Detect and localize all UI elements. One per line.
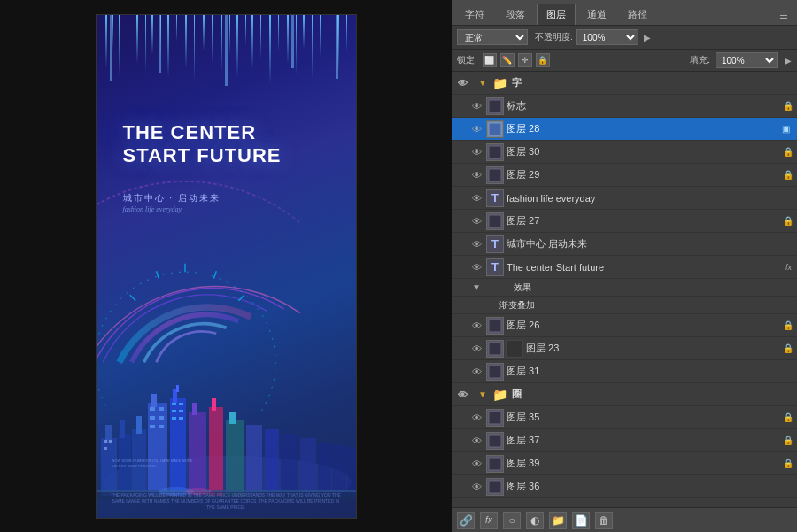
tab-tuceng[interactable]: 图层 [537, 4, 576, 25]
layer-30[interactable]: 👁 图层 30 🔒 [452, 141, 797, 164]
layer-name-36: 图层 36 [507, 480, 793, 493]
layer-26[interactable]: 👁 图层 26 🔒 [452, 314, 797, 337]
svg-rect-16 [236, 15, 238, 77]
fill-arrow[interactable]: ▶ [785, 56, 792, 66]
lock-position-btn[interactable]: ✛ [518, 53, 532, 67]
layer-37[interactable]: 👁 图层 37 🔒 [452, 429, 797, 452]
eye-icon-fashion[interactable]: 👁 [469, 191, 484, 205]
fx-button[interactable]: fx [480, 512, 498, 529]
blend-mode-select[interactable]: 正常 [457, 29, 528, 45]
layer-36[interactable]: 👁 图层 36 [452, 475, 797, 498]
eye-icon-quan[interactable]: 👁 [455, 388, 469, 402]
svg-rect-74 [229, 412, 236, 424]
svg-rect-97 [489, 320, 501, 332]
collapse-icon-quan[interactable]: ▼ [478, 389, 487, 399]
tab-lujing[interactable]: 路径 [618, 4, 657, 25]
tab-tongdao[interactable]: 通道 [577, 4, 616, 25]
layer-thumb-biaozhj [486, 97, 504, 115]
layer-fashion[interactable]: 👁 T fashion life everyday [452, 187, 797, 210]
poster: THE CENTER START FUTURE 城市中心 · 启动未来 fash… [96, 14, 357, 519]
folder-thumb-zi: 📁 [491, 74, 509, 92]
svg-rect-11 [194, 15, 195, 81]
svg-rect-56 [150, 416, 155, 420]
lock-all-btn[interactable]: 🔒 [536, 53, 550, 67]
svg-rect-20 [269, 15, 271, 84]
svg-rect-77 [281, 434, 298, 496]
layer-name-quan: 圈 [512, 388, 793, 401]
layer-name-39: 图层 39 [507, 457, 780, 470]
svg-rect-87 [489, 100, 501, 112]
layer-thumb-23a [486, 340, 504, 358]
svg-rect-81 [347, 447, 357, 496]
layer-name-biaozhj: 标志 [507, 99, 780, 112]
svg-rect-91 [489, 146, 501, 158]
folder-icon-quan: 📁 [492, 388, 507, 402]
poster-title-main: THE CENTER START FUTURE [123, 121, 282, 168]
eye-icon-28[interactable]: 👁 [469, 122, 484, 136]
lock-icon-35: 🔒 [783, 412, 793, 423]
eye-icon-35[interactable]: 👁 [469, 411, 484, 425]
layers-list[interactable]: 👁 ▼ 📁 字 👁 标志 🔒 👁 图层 28 ▣ [452, 72, 797, 507]
layer-center[interactable]: 👁 T The center Start future fx [452, 256, 797, 279]
lock-pixels-btn[interactable]: ✏️ [500, 53, 515, 67]
poster-rain [97, 15, 356, 86]
layer-group-zi[interactable]: 👁 ▼ 📁 字 [452, 72, 797, 95]
eye-icon-zi[interactable]: 👁 [455, 76, 469, 90]
layer-thumb-27 [486, 212, 504, 230]
layer-23[interactable]: 👁 图层 23 🔒 [452, 337, 797, 360]
opacity-select[interactable]: 100% [576, 29, 638, 45]
layer-city[interactable]: 👁 T 城市中心 启动未来 [452, 233, 797, 256]
tab-zifu[interactable]: 字符 [455, 4, 494, 25]
eye-icon-36[interactable]: 👁 [469, 480, 484, 494]
opacity-arrow[interactable]: ▶ [644, 33, 651, 42]
lock-icon-26: 🔒 [783, 320, 793, 331]
svg-rect-71 [209, 407, 223, 496]
eye-icon-center[interactable]: 👁 [469, 260, 484, 274]
lock-icons: ⬜ ✏️ ✛ 🔒 [483, 53, 550, 67]
panel-menu-icon[interactable]: ☰ [774, 6, 793, 25]
layer-name-27: 图层 27 [507, 214, 780, 227]
opacity-label: 不透明度: [535, 31, 573, 43]
effect-toggle[interactable]: ▼ [472, 282, 481, 292]
layer-thumb-fashion: T [486, 189, 504, 207]
eye-icon-27[interactable]: 👁 [469, 214, 484, 228]
eye-icon-37[interactable]: 👁 [469, 434, 484, 448]
eye-icon-29[interactable]: 👁 [469, 168, 484, 182]
svg-rect-2 [119, 15, 120, 77]
lock-transparent-btn[interactable]: ⬜ [483, 53, 497, 67]
blend-row: 正常 不透明度: 100% ▶ [452, 26, 797, 50]
svg-rect-72 [212, 398, 216, 411]
eye-icon-23[interactable]: 👁 [469, 342, 484, 356]
eye-icon-biaozhj[interactable]: 👁 [469, 99, 484, 113]
layer-39[interactable]: 👁 图层 39 🔒 [452, 452, 797, 475]
lock-icon-23: 🔒 [783, 343, 793, 354]
layer-29[interactable]: 👁 图层 29 🔒 [452, 164, 797, 187]
new-layer-button[interactable]: 📄 [572, 512, 590, 529]
svg-rect-99 [489, 343, 501, 355]
layer-28[interactable]: 👁 图层 28 ▣ [452, 118, 797, 141]
eye-icon-26[interactable]: 👁 [469, 319, 484, 333]
link-button[interactable]: 🔗 [457, 512, 475, 529]
eye-icon-30[interactable]: 👁 [469, 145, 484, 159]
fill-select[interactable]: 100% [716, 52, 778, 68]
layer-fx-center: fx [785, 263, 792, 272]
eye-icon-39[interactable]: 👁 [469, 457, 484, 471]
svg-rect-102 [489, 366, 501, 378]
group-button[interactable]: 📁 [549, 512, 567, 529]
collapse-icon-zi[interactable]: ▼ [478, 78, 487, 88]
layer-31[interactable]: 👁 图层 31 [452, 360, 797, 383]
layer-name-26: 图层 26 [507, 319, 780, 332]
mask-button[interactable]: ○ [503, 512, 521, 529]
layer-27[interactable]: 👁 图层 27 🔒 [452, 210, 797, 233]
layer-group-quan[interactable]: 👁 ▼ 📁 圈 [452, 383, 797, 406]
eye-icon-city[interactable]: 👁 [469, 237, 484, 251]
svg-rect-57 [159, 416, 164, 420]
svg-rect-73 [226, 420, 244, 496]
lock-row: 锁定: ⬜ ✏️ ✛ 🔒 填充: 100% ▶ [452, 50, 797, 72]
delete-button[interactable]: 🗑 [595, 512, 613, 529]
layer-biaozhj[interactable]: 👁 标志 🔒 [452, 95, 797, 118]
tab-duanluo[interactable]: 段落 [496, 4, 535, 25]
layer-35[interactable]: 👁 图层 35 🔒 [452, 406, 797, 429]
eye-icon-31[interactable]: 👁 [469, 365, 484, 379]
adjust-button[interactable]: ◐ [526, 512, 544, 529]
